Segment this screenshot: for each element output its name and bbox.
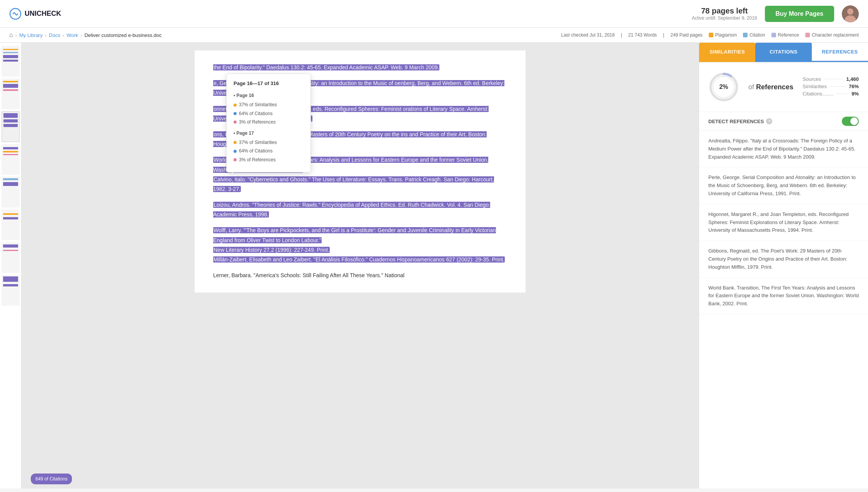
legend-plagiarism: Plagiarism: [709, 32, 737, 38]
references-list[interactable]: Andreatta, Filippo. "Italy at a Crossroa…: [699, 131, 868, 489]
minimap-page-2[interactable]: [2, 79, 20, 109]
logo-text: UNICHECK: [25, 10, 61, 18]
minimap-page-6[interactable]: [2, 209, 20, 240]
minimap-page-4[interactable]: [2, 144, 20, 175]
tooltip-p16-references: 3% of References: [234, 118, 304, 126]
tooltip-page16-section: • Page 16 37% of Similarities 64% of Cit…: [234, 92, 304, 126]
toggle-knob: [850, 117, 858, 125]
list-item[interactable]: World Bank. Transition, The First Ten Ye…: [699, 278, 868, 315]
reference-color: [771, 33, 776, 37]
paid-pages: 249 Paid pages: [670, 32, 702, 38]
citations-badge: 649 of Citations: [31, 474, 72, 484]
list-item[interactable]: Andreatta, Filippo. "Italy at a Crossroa…: [699, 131, 868, 167]
minimap-page-1[interactable]: [2, 46, 20, 77]
avatar[interactable]: [842, 5, 859, 22]
doc-page: Page 16—17 of 316 • Page 16 37% of Simil…: [195, 50, 526, 293]
para8: Lerner, Barbara. "America's Schools: Sti…: [213, 271, 507, 280]
list-item[interactable]: Gibbons, Reginald, ed. The Poet's Work: …: [699, 241, 868, 278]
breadcrumb-docs[interactable]: Docs: [49, 32, 60, 38]
tooltip-p17-similarities: 37% of Similarities: [234, 139, 304, 146]
doc-area[interactable]: Page 16—17 of 316 • Page 16 37% of Simil…: [22, 43, 699, 489]
circle-chart: 2%: [708, 72, 739, 102]
avatar-image: [842, 5, 859, 22]
panel-tabs: SIMILARITIES CITATIONS REFERENCES: [699, 43, 868, 62]
tooltip-page17-title: • Page 17: [234, 129, 304, 137]
list-item[interactable]: Perle, George. Serial Composition and At…: [699, 167, 868, 204]
plagiarism-color: [709, 33, 713, 37]
pages-left-count: 78 pages left: [692, 7, 757, 15]
tooltip-p16-similarities: 37% of Similarities: [234, 101, 304, 109]
of-references-label: of References: [748, 83, 793, 91]
logo-icon: [9, 8, 22, 20]
minimap-page-3[interactable]: [2, 111, 20, 142]
similarity-dot-2: [234, 141, 237, 144]
word-count: 21 743 Words: [628, 32, 657, 38]
circle-percent: 2%: [719, 84, 728, 90]
breadcrumb: ⌂ › My Library › Docs › Work › Deliver c…: [9, 32, 162, 38]
info-icon[interactable]: ?: [766, 118, 772, 124]
legend-reference: Reference: [771, 32, 799, 38]
page-tooltip: Page 16—17 of 316 • Page 16 37% of Simil…: [226, 74, 311, 172]
tooltip-title: Page 16—17 of 316: [234, 79, 304, 88]
minimap-page-7[interactable]: [2, 242, 20, 273]
minimap-sidebar[interactable]: [0, 43, 22, 489]
stat-row-sources: Sources 1,460: [803, 76, 859, 82]
highlight-para7-2: New Literary History 27.2 (1996): 227-24…: [213, 247, 330, 253]
stat-row-citations: Citations........ 9%: [803, 91, 859, 97]
pages-info: 78 pages left Active untill: September 9…: [692, 7, 757, 21]
breadcrumb-my-library[interactable]: My Library: [19, 32, 43, 38]
minimap-page-8[interactable]: [2, 275, 20, 306]
character-replacement-color: [805, 33, 810, 37]
stats-section: 2% of References Sources 1,460 Similarit…: [699, 62, 868, 112]
legend-character-replacement: Character replacement: [805, 32, 859, 38]
stat-row-similarities: Similarities 76%: [803, 84, 859, 89]
tooltip-p17-references: 3% of References: [234, 156, 304, 164]
highlight-para5-2: Calvino, Italo. "Cybernetics and Ghosts.…: [213, 176, 494, 192]
reference-dot: [234, 120, 237, 124]
list-item[interactable]: Higonnet, Margaret R., and Joan Templeto…: [699, 204, 868, 241]
breadcrumb-bar: ⌂ › My Library › Docs › Work › Deliver c…: [0, 28, 868, 43]
highlight-para7-1: Wolff, Larry. "'The Boys are Pickpockets…: [213, 227, 496, 243]
main-layout: Page 16—17 of 316 • Page 16 37% of Simil…: [0, 43, 868, 489]
detect-references-section: DETECT REFERENCES ?: [699, 112, 868, 131]
logo: UNICHECK: [9, 8, 61, 20]
header: UNICHECK 78 pages left Active untill: Se…: [0, 0, 868, 28]
detect-references-toggle[interactable]: [842, 117, 859, 126]
home-icon[interactable]: ⌂: [9, 32, 13, 38]
highlight-para6: Loizou, Andros. "Theories of Justice: Ra…: [213, 202, 490, 218]
legend: Plagiarism Citation Reference Character …: [709, 32, 859, 38]
reference-dot-2: [234, 158, 237, 161]
tooltip-p16-citations: 64% of Citations: [234, 110, 304, 117]
breadcrumb-work[interactable]: Work: [67, 32, 78, 38]
citation-dot-2: [234, 150, 237, 153]
of-refs-text: of References: [748, 83, 793, 91]
tab-references[interactable]: REFERENCES: [812, 43, 868, 62]
legend-citation: Citation: [743, 32, 765, 38]
tab-similarities[interactable]: SIMILARITIES: [699, 43, 755, 62]
highlight-para1: the End of Bipolarity." Daedalus 130.2: …: [213, 64, 439, 70]
svg-point-2: [847, 8, 853, 15]
meta-info: Last checked Jul 31, 2018 | 21 743 Words…: [561, 32, 859, 38]
tooltip-page16-title: • Page 16: [234, 92, 304, 99]
breadcrumb-current-doc: Deliver customized e-business.doc: [84, 32, 162, 38]
citation-dot: [234, 112, 237, 115]
minimap-page-5[interactable]: [2, 177, 20, 208]
buy-more-pages-button[interactable]: Buy More Pages: [765, 6, 834, 22]
right-panel: SIMILARITIES CITATIONS REFERENCES 2% of …: [699, 43, 868, 489]
tab-citations[interactable]: CITATIONS: [755, 43, 811, 62]
header-right: 78 pages left Active untill: September 9…: [692, 5, 859, 22]
detect-references-label: DETECT REFERENCES: [708, 119, 764, 124]
stats-numbers: Sources 1,460 Similarities 76% Citations…: [803, 76, 859, 98]
tooltip-page17-section: • Page 17 37% of Similarities 64% of Cit…: [234, 129, 304, 164]
last-checked: Last checked Jul 31, 2018: [561, 32, 614, 38]
similarity-dot: [234, 104, 237, 107]
detect-label-group: DETECT REFERENCES ?: [708, 118, 772, 124]
pages-active-date: Active untill: September 9, 2019: [692, 15, 757, 21]
highlight-para7-3: Millán-Zaibert, Elisabeth and Leo Zaiber…: [213, 256, 505, 263]
citation-color: [743, 33, 748, 37]
tooltip-p17-citations: 64% of Citations: [234, 147, 304, 155]
